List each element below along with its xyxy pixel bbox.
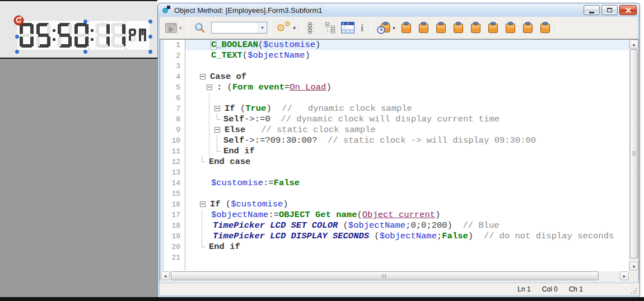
clipboard-button-3[interactable] <box>435 20 447 36</box>
macros-window-icon <box>341 22 354 34</box>
horizontal-scroll-thumb[interactable] <box>171 271 599 280</box>
lcd-clock-display <box>17 21 150 50</box>
code-line[interactable]: TimePicker LCD DISPLAY SECONDS ($objectN… <box>185 231 629 242</box>
code-editor: 123456789101112131415161718192021 C_BOOL… <box>160 39 639 281</box>
scroll-up-icon: ▲ <box>632 43 636 46</box>
code-line[interactable]: If ($customise) <box>185 199 629 210</box>
indent-guide <box>202 231 202 242</box>
scroll-left-icon: ◄ <box>164 274 167 278</box>
editor-toolbar: ▾ ▾ ⚙ ⚙ <box>160 17 638 39</box>
info-button[interactable]: i <box>358 20 366 36</box>
scroll-left-button[interactable]: ◄ <box>161 271 170 280</box>
code-token: = <box>284 82 290 92</box>
selection-handle[interactable] <box>15 50 19 54</box>
method-editor-window: Object Method: [Employees].Form3.Subform… <box>157 3 640 297</box>
vertical-scrollbar[interactable]: ▲ ▼ <box>629 40 638 271</box>
code-line[interactable]: TimePicker LCD SET COLOR ($objectName;0;… <box>185 220 629 231</box>
code-token: If <box>225 104 235 114</box>
code-line[interactable]: : (Form event=On Load) <box>185 82 629 93</box>
close-button[interactable] <box>619 5 637 15</box>
code-line[interactable]: C_TEXT($objectName) <box>185 50 629 61</box>
clipboard-button-6[interactable] <box>487 20 500 36</box>
code-line[interactable]: Self->:=?09:30:00? // static clock -> wi… <box>185 135 629 146</box>
search-button[interactable] <box>193 20 207 36</box>
clipboard-button-7[interactable] <box>504 20 517 36</box>
form-editor-canvas <box>0 59 157 297</box>
horizontal-scrollbar[interactable]: ◄ ► <box>160 271 629 281</box>
scroll-down-button[interactable]: ▼ <box>629 262 638 271</box>
selection-handle[interactable] <box>83 20 87 23</box>
selection-handle[interactable] <box>83 50 87 54</box>
code-token: ) <box>266 104 282 114</box>
search-input[interactable] <box>212 22 258 33</box>
code-line[interactable] <box>185 167 629 178</box>
timepicker-lcd-widget[interactable] <box>17 20 150 50</box>
form-editor-strip <box>0 0 157 59</box>
properties-dropdown-icon[interactable]: ▾ <box>293 25 296 31</box>
code-line[interactable]: $objectName:=OBJECT Get name(Object curr… <box>185 210 629 220</box>
form-editor-area <box>0 0 157 297</box>
clipboard-button-5[interactable] <box>469 20 482 36</box>
clipboard-button-2[interactable] <box>417 20 430 36</box>
code-line[interactable]: End if <box>185 146 629 157</box>
code-line[interactable] <box>185 61 629 72</box>
breakpoint-margin[interactable] <box>160 40 164 271</box>
code-token: ) <box>326 82 331 92</box>
fold-toggle-icon[interactable] <box>214 106 220 111</box>
object-method-badge-icon[interactable] <box>13 15 24 26</box>
paste-history-dropdown-icon[interactable]: ▾ <box>393 25 395 31</box>
code-line[interactable] <box>185 93 629 104</box>
fold-toggle-icon[interactable] <box>200 74 206 79</box>
code-line[interactable] <box>185 252 629 263</box>
selection-handle[interactable] <box>148 20 152 23</box>
clipboard-button-9[interactable] <box>539 20 552 36</box>
minimize-button[interactable] <box>584 5 600 15</box>
code-line[interactable]: $customise:=False <box>185 178 629 189</box>
code-line[interactable]: Else // static clock sample <box>185 125 629 135</box>
indent-guide <box>209 135 209 146</box>
code-line[interactable]: End case <box>185 157 629 167</box>
clipboard-button-8[interactable] <box>521 20 534 36</box>
code-line[interactable]: Case of <box>185 72 629 82</box>
maximize-button[interactable] <box>601 5 618 15</box>
paste-history-menu-button[interactable]: ▾ <box>376 20 396 36</box>
search-combobox[interactable]: ▾ <box>211 22 267 34</box>
code-token <box>245 125 261 135</box>
run-method-button[interactable]: ▾ <box>164 20 183 36</box>
code-token: _BOOLEAN <box>216 40 258 50</box>
code-line[interactable] <box>185 189 629 199</box>
clipboard-button-1[interactable] <box>400 20 413 36</box>
code-token: ) <box>468 231 484 241</box>
collapse-all-button[interactable] <box>323 20 338 36</box>
run-dropdown-icon[interactable]: ▾ <box>179 25 182 31</box>
code-token: $customise <box>263 40 315 50</box>
expand-all-button[interactable] <box>306 20 321 36</box>
clipboard-button-4[interactable] <box>452 20 465 36</box>
code-line[interactable]: If (True) // dynamic clock sample <box>185 104 629 114</box>
scroll-right-button[interactable]: ► <box>620 271 629 280</box>
fold-toggle-icon[interactable] <box>207 84 212 90</box>
selection-handle[interactable] <box>148 50 152 54</box>
selection-handle[interactable] <box>148 35 152 39</box>
vertical-scroll-thumb[interactable] <box>630 49 638 258</box>
code-line[interactable]: C_BOOLEAN($customise) <box>185 40 629 50</box>
code-editor-main: 123456789101112131415161718192021 C_BOOL… <box>160 40 638 271</box>
line-number-gutter[interactable]: 123456789101112131415161718192021 <box>160 40 185 271</box>
search-combo-arrow-icon[interactable]: ▾ <box>258 22 267 33</box>
code-line[interactable]: Self->:=0 // dynamic clock will display … <box>185 114 629 125</box>
code-token: Case of <box>210 72 246 82</box>
code-token: End case <box>209 157 250 167</box>
method-properties-button[interactable]: ⚙ ⚙ ▾ <box>276 20 297 36</box>
code-token: // do not display seconds <box>484 231 614 241</box>
fold-toggle-icon[interactable] <box>200 201 206 207</box>
fold-toggle-icon[interactable] <box>214 127 220 133</box>
scroll-up-button[interactable]: ▲ <box>629 40 638 49</box>
clipboard-buttons <box>398 20 554 36</box>
code-token: // static clock -> will display 09:30:00 <box>328 135 536 145</box>
selection-handle[interactable] <box>15 35 19 39</box>
code-line[interactable]: End if <box>185 242 629 252</box>
macros-button[interactable] <box>340 20 356 36</box>
resize-grip-icon[interactable] <box>630 287 637 294</box>
code-area[interactable]: C_BOOLEAN($customise)C_TEXT($objectName)… <box>185 40 629 271</box>
title-bar[interactable]: Object Method: [Employees].Form3.Subform… <box>158 3 640 17</box>
